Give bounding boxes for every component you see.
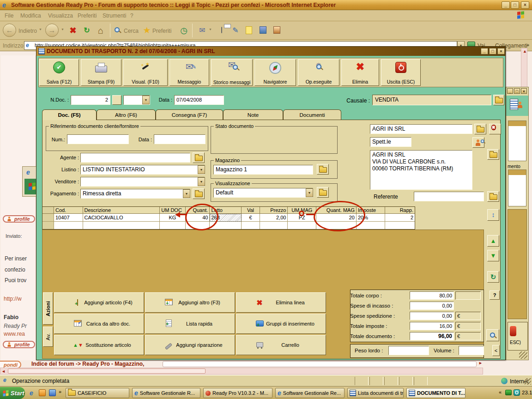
- collapse-totals-button[interactable]: <: [492, 345, 500, 356]
- print-button[interactable]: Stampa (F9): [81, 59, 121, 86]
- pagamento-combo[interactable]: Rimessa diretta: [80, 189, 190, 199]
- magazzino-folder-button[interactable]: [317, 164, 329, 175]
- tab-av[interactable]: Av.: [43, 326, 53, 347]
- cliente-clear-button[interactable]: ✖: [489, 124, 501, 134]
- doc-titlebar[interactable]: DOCUMENTO DI TRASPORTO N. 2 del 07/04/20…: [36, 47, 505, 56]
- load-from-doc-button[interactable]: ✔ Carica da altro doc.: [54, 314, 144, 334]
- favorites-star-icon[interactable]: ★: [141, 25, 152, 36]
- mail-dropdown-icon[interactable]: ▼: [209, 28, 212, 31]
- delete-button[interactable]: ✖ Elimina: [341, 59, 379, 86]
- tab-consegna[interactable]: Consegna (F7): [156, 109, 223, 120]
- tray-chevron-icon[interactable]: «: [499, 389, 502, 395]
- cliente-folder-button[interactable]: [474, 124, 486, 134]
- menu-help[interactable]: ?: [130, 12, 133, 19]
- tab-doc[interactable]: Doc. (F5): [42, 109, 97, 120]
- magazzino-input[interactable]: Magazzino 1: [213, 165, 313, 175]
- volume-input[interactable]: [459, 346, 484, 355]
- insert-groups-button[interactable]: Gruppi di inserimento: [236, 314, 326, 334]
- cart-button[interactable]: Carrello: [236, 335, 326, 355]
- pagamento-folder-button[interactable]: [193, 188, 205, 199]
- rif-date-input[interactable]: [154, 134, 206, 144]
- message-history-button[interactable]: ✉ Storico messaggi: [211, 59, 253, 86]
- maximize-button[interactable]: □: [511, 1, 519, 9]
- messenger-icon[interactable]: [260, 26, 266, 34]
- causale-input[interactable]: VENDITA: [372, 95, 491, 105]
- forum-breadcrumb[interactable]: Indice del forum -> Ready Pro - Magazzin…: [31, 361, 144, 367]
- doc-minimize-button[interactable]: _: [481, 48, 488, 54]
- navigator-button[interactable]: Navigatore: [254, 59, 296, 86]
- profile-button[interactable]: profile: [3, 215, 35, 223]
- back-icon[interactable]: ←: [3, 24, 16, 37]
- cell-prezzo[interactable]: 2,00: [260, 214, 288, 222]
- totals-zoom-button[interactable]: [486, 329, 499, 341]
- listino-combo[interactable]: LISTINO INTESTATARIO: [80, 165, 205, 175]
- bg-close-button[interactable]: ×: [521, 88, 527, 94]
- preview-button[interactable]: ★★ Visual. (F10): [123, 59, 168, 86]
- links-chevron-icon[interactable]: »: [526, 42, 529, 48]
- tab-documenti[interactable]: Documenti: [283, 109, 341, 120]
- referente-folder-button[interactable]: [487, 191, 499, 202]
- horizontal-scrollbar[interactable]: ◄: [0, 368, 483, 375]
- favorites-label[interactable]: Preferiti: [152, 28, 171, 34]
- quicklaunch-desktop-icon[interactable]: [49, 389, 56, 396]
- col-prezzo[interactable]: Prezzo: [260, 207, 288, 214]
- scroll-right-icon[interactable]: ►: [478, 361, 483, 365]
- refresh-icon[interactable]: ↻: [81, 25, 92, 36]
- scroll-up-icon[interactable]: ▲: [523, 49, 527, 54]
- cliente-input[interactable]: AGRI IN SRL: [370, 124, 472, 134]
- agente-folder-button[interactable]: [193, 152, 205, 163]
- profile-button[interactable]: profile: [3, 341, 35, 348]
- exit-button[interactable]: Uscita (ESC): [381, 59, 421, 86]
- move-up-button[interactable]: ▲: [487, 235, 499, 247]
- forward-dropdown-icon[interactable]: ▼: [61, 28, 64, 31]
- tab-azioni[interactable]: Azioni: [43, 292, 53, 325]
- add-repair-button[interactable]: Aggiungi riparazione: [145, 335, 235, 355]
- doc-close-button[interactable]: ×: [497, 48, 505, 54]
- author-site-link[interactable]: www.rea: [4, 331, 25, 337]
- search-label[interactable]: Cerca: [124, 28, 139, 34]
- venditore-dropdown-icon[interactable]: ▼: [198, 177, 205, 186]
- forward-icon[interactable]: →: [45, 24, 59, 37]
- menu-modifica[interactable]: Modifica: [20, 12, 41, 19]
- back-dropdown-icon[interactable]: ▼: [39, 28, 42, 31]
- row-selector[interactable]: [42, 214, 54, 222]
- taskbar-item-lista-documenti[interactable]: Lista documenti di trasp...: [347, 388, 404, 398]
- note-icon[interactable]: [246, 26, 252, 34]
- start-button[interactable]: Start: [0, 387, 25, 399]
- add-article-button[interactable]: Aggiungi articolo (F4): [54, 292, 144, 313]
- vertical-scrollbar[interactable]: ▲: [521, 48, 527, 88]
- scrollbar-thumb[interactable]: [8, 369, 206, 374]
- indirizzo-textarea[interactable]: AGRI IN SRL VIA DI VALLE CARBONE s.n. 00…: [370, 150, 472, 190]
- quicklaunch-chevron-icon[interactable]: »: [59, 389, 61, 394]
- bg-minimize-button[interactable]: _: [507, 88, 513, 94]
- visualizzazione-dropdown-icon[interactable]: ▼: [306, 188, 313, 197]
- peso-lordo-input[interactable]: [388, 346, 429, 355]
- move-down-button[interactable]: ▼: [487, 250, 499, 261]
- taskbar-item-readypro[interactable]: Ready Pro V10.3.2 - M...: [203, 388, 272, 398]
- menu-file[interactable]: File: [5, 12, 13, 19]
- ndoc-input[interactable]: 2: [71, 95, 110, 105]
- add-other-button[interactable]: Aggiungi altro (F3): [145, 292, 235, 313]
- tray-icon-green[interactable]: [505, 390, 512, 395]
- replace-article-button[interactable]: ▲▼ Sostituzione articolo: [54, 335, 144, 355]
- taskbar-item-caseificio[interactable]: CASEIFICIO: [66, 388, 129, 398]
- menu-visualizza[interactable]: Visualizza: [48, 12, 73, 19]
- cell-rapp[interactable]: 2: [385, 214, 415, 222]
- doc-maximize-button[interactable]: □: [489, 48, 496, 54]
- scroll-left-icon[interactable]: ◄: [1, 369, 6, 374]
- cliente-search-button[interactable]: [472, 137, 484, 148]
- save-button[interactable]: ✔ Salva (F12): [39, 59, 79, 86]
- print-icon[interactable]: [221, 27, 222, 33]
- resize-grip[interactable]: [519, 351, 527, 359]
- extra-tool-icon[interactable]: [273, 26, 280, 34]
- venditore-combo[interactable]: [80, 177, 205, 187]
- num-input[interactable]: [67, 134, 129, 144]
- bg-exit-button-fragment[interactable]: ESC): [508, 322, 528, 351]
- date-input[interactable]: 07/04/2008: [174, 95, 224, 105]
- visualizzazione-folder-button[interactable]: [317, 187, 329, 198]
- cell-descrizione[interactable]: CACIOCAVALLO: [83, 214, 160, 222]
- ndoc-spare-button[interactable]: [112, 95, 121, 105]
- close-button[interactable]: ×: [521, 1, 529, 9]
- listino-dropdown-icon[interactable]: ▼: [198, 165, 205, 174]
- row-move-button[interactable]: ↕: [487, 209, 499, 221]
